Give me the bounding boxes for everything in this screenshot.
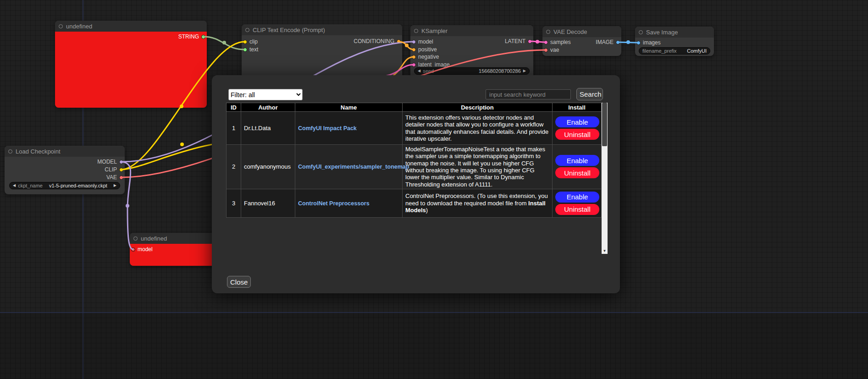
header-author: Author xyxy=(241,103,295,112)
output-slot-clip[interactable]: CLIP xyxy=(105,166,123,173)
output-slot-label: VAE xyxy=(106,174,117,181)
input-slot-positive[interactable]: positive xyxy=(412,46,437,53)
node-title-bar[interactable]: Load Checkpoint xyxy=(5,146,125,157)
node-title-bar[interactable]: undefined xyxy=(55,21,207,32)
uninstall-button[interactable]: Uninstall xyxy=(555,204,599,215)
node-undefined-top[interactable]: undefined STRING xyxy=(55,21,207,108)
collapse-dot-icon[interactable] xyxy=(414,29,418,33)
name-cell: ComfyUI Impact Pack xyxy=(295,112,403,145)
increment-arrow-icon[interactable]: ▶ xyxy=(114,182,116,189)
install-cell: Enable Uninstall xyxy=(553,189,602,217)
widget-value: ComfyUI xyxy=(687,48,707,54)
input-slot-negative[interactable]: negative xyxy=(412,53,439,60)
extension-row: 2 comfyanonymous ComfyUI_experiments/sam… xyxy=(227,145,602,189)
collapse-dot-icon[interactable] xyxy=(8,149,12,154)
output-slot-string[interactable]: STRING xyxy=(178,33,205,40)
id-cell: 2 xyxy=(227,145,241,189)
header-id: ID xyxy=(227,103,241,112)
output-slot-label: STRING xyxy=(178,33,199,40)
search-input[interactable] xyxy=(486,89,571,99)
extension-link[interactable]: ComfyUI_experiments/sampler_tonemap xyxy=(298,164,409,170)
input-dot-negative-icon[interactable] xyxy=(412,55,416,59)
seed-widget[interactable]: ◀ seed 156680208700286 ▶ xyxy=(414,67,530,75)
collapse-dot-icon[interactable] xyxy=(59,24,63,28)
input-slot-model[interactable]: model xyxy=(412,38,433,45)
node-title-bar[interactable]: CLIP Text Encode (Prompt) xyxy=(242,24,402,35)
ckpt-name-widget[interactable]: ◀ ckpt_name v1-5-pruned-emaonly.ckpt ▶ xyxy=(9,182,120,189)
uninstall-button[interactable]: Uninstall xyxy=(555,167,599,178)
output-dot-vae-icon[interactable] xyxy=(119,176,123,180)
description-cell: ModelSamplerTonemapNoiseTest a node that… xyxy=(403,145,553,189)
author-cell: comfyanonymous xyxy=(241,145,295,189)
node-load-checkpoint[interactable]: Load Checkpoint MODEL CLIP VAE ◀ ckpt_na… xyxy=(5,146,125,194)
input-dot-clip-icon[interactable] xyxy=(243,40,247,44)
output-dot-latent-icon[interactable] xyxy=(528,39,532,44)
collapse-dot-icon[interactable] xyxy=(133,236,138,241)
input-dot-model-icon[interactable] xyxy=(412,40,416,44)
output-slot-latent[interactable]: LATENT xyxy=(505,38,532,45)
enable-button[interactable]: Enable xyxy=(555,192,599,203)
input-dot-model-icon[interactable] xyxy=(131,247,135,252)
output-slot-vae[interactable]: VAE xyxy=(106,174,123,181)
extension-row: 3 Fannovel16 ControlNet Preprocessors Co… xyxy=(227,189,602,217)
input-slot-clip[interactable]: clip xyxy=(243,38,258,45)
uninstall-button[interactable]: Uninstall xyxy=(555,129,599,140)
name-cell: ComfyUI_experiments/sampler_tonemap xyxy=(295,145,403,189)
install-custom-nodes-dialog: Filter: all Search ID Author Name Descri… xyxy=(212,75,620,293)
input-slot-vae[interactable]: vae xyxy=(544,46,559,54)
output-dot-clip-icon[interactable] xyxy=(119,168,123,172)
output-slot-label: CLIP xyxy=(105,166,117,173)
input-dot-latent-image-icon[interactable] xyxy=(412,63,416,67)
output-slot-model[interactable]: MODEL xyxy=(97,158,123,165)
extension-link[interactable]: ControlNet Preprocessors xyxy=(298,200,370,207)
output-slot-image[interactable]: IMAGE xyxy=(596,38,620,46)
node-canvas[interactable]: undefined STRING CLIP Text Encode (Promp… xyxy=(0,0,868,379)
filter-select[interactable]: Filter: all xyxy=(228,89,303,100)
decrement-arrow-icon[interactable]: ◀ xyxy=(418,67,420,75)
wire-midpoint-dot xyxy=(126,204,129,208)
collapse-dot-icon[interactable] xyxy=(245,28,249,32)
extension-row: 1 Dr.Lt.Data ComfyUI Impact Pack This ex… xyxy=(227,112,602,145)
input-slot-label: images xyxy=(643,39,661,46)
input-slot-model[interactable]: model xyxy=(131,246,153,253)
scrollbar-thumb[interactable] xyxy=(602,103,607,146)
collapse-dot-icon[interactable] xyxy=(546,30,550,34)
widget-name: filename_prefix xyxy=(642,48,677,54)
node-title-bar[interactable]: KSampler xyxy=(410,25,533,36)
input-slot-text[interactable]: text xyxy=(243,46,258,53)
input-slot-label: samples xyxy=(550,39,571,45)
scroll-down-icon[interactable]: ▼ xyxy=(602,248,608,254)
node-title-bar[interactable]: Save Image xyxy=(635,27,714,38)
enable-button[interactable]: Enable xyxy=(555,116,599,127)
input-slot-images[interactable]: images xyxy=(636,39,661,46)
filename-prefix-widget[interactable]: filename_prefix ComfyUI xyxy=(639,47,710,55)
collapse-dot-icon[interactable] xyxy=(639,30,643,34)
increment-arrow-icon[interactable]: ▶ xyxy=(523,67,526,75)
node-title: Save Image xyxy=(646,29,678,36)
input-slot-samples[interactable]: samples xyxy=(544,38,571,46)
node-title-bar[interactable]: VAE Decode xyxy=(542,26,621,37)
input-slot-label: vae xyxy=(550,47,559,53)
extension-link[interactable]: ComfyUI Impact Pack xyxy=(298,125,357,132)
wire-midpoint-dot xyxy=(536,40,539,44)
node-save-image[interactable]: Save Image images filename_prefix ComfyU… xyxy=(635,27,714,56)
wire-midpoint-dot xyxy=(180,143,184,146)
decrement-arrow-icon[interactable]: ◀ xyxy=(13,182,16,189)
node-title: undefined xyxy=(141,235,167,242)
output-dot-conditioning-icon[interactable] xyxy=(397,39,401,44)
enable-button[interactable]: Enable xyxy=(555,155,599,166)
output-slot-conditioning[interactable]: CONDITIONING xyxy=(354,38,401,45)
author-cell: Dr.Lt.Data xyxy=(241,112,295,145)
input-dot-images-icon[interactable] xyxy=(636,41,641,45)
input-dot-samples-icon[interactable] xyxy=(544,40,548,44)
input-dot-vae-icon[interactable] xyxy=(544,48,548,52)
output-dot-image-icon[interactable] xyxy=(616,40,620,44)
search-button[interactable]: Search xyxy=(576,88,603,100)
close-button[interactable]: Close xyxy=(227,276,251,288)
table-scrollbar[interactable]: ▼ xyxy=(602,103,608,254)
output-dot-string-icon[interactable] xyxy=(201,35,205,39)
input-dot-text-icon[interactable] xyxy=(243,48,247,52)
output-dot-model-icon[interactable] xyxy=(119,160,123,164)
node-vae-decode[interactable]: VAE Decode samples vae IMAGE xyxy=(542,26,621,56)
input-dot-positive-icon[interactable] xyxy=(412,48,416,52)
